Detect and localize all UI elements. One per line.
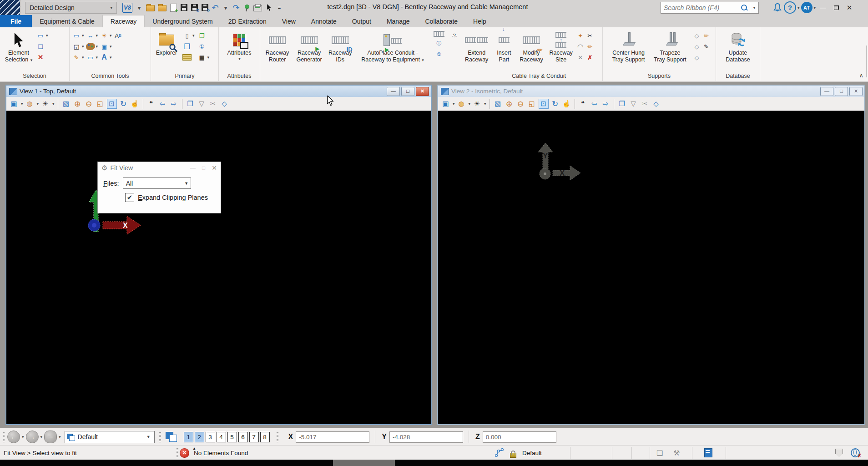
collapse-ribbon-chevron[interactable]: ∧ <box>859 72 863 79</box>
avatar[interactable]: AT <box>801 2 812 13</box>
pick-support-icon[interactable]: ✎ <box>702 42 711 51</box>
v8-dropdown-icon[interactable]: ▾ <box>136 3 143 12</box>
save-as-icon[interactable]: ⚙ <box>202 4 208 11</box>
ribbon-scrollbar[interactable] <box>866 46 867 77</box>
open-folder-icon[interactable] <box>146 5 155 11</box>
pan-view-icon[interactable]: ☝ <box>130 99 140 109</box>
view1-title-bar[interactable]: View 1 - Top, Default — □ ✕ <box>6 86 431 97</box>
locate-lamp-icon[interactable]: ☀ <box>100 31 109 40</box>
move-raceway-icon[interactable]: ✦ <box>576 31 585 40</box>
chevron-down-icon[interactable]: ▾ <box>22 435 24 439</box>
x-coordinate-input[interactable] <box>296 431 369 443</box>
update-database-button[interactable]: UpdateDatabase <box>722 29 754 63</box>
status-message-area[interactable]: ✕ ▲ No Elements Found <box>180 446 248 460</box>
tab-help[interactable]: Help <box>465 15 494 27</box>
chevron-down-icon[interactable]: ▾ <box>469 101 471 106</box>
new-file-icon[interactable]: + <box>170 4 177 12</box>
smartline-icon[interactable]: ✎ <box>72 53 81 62</box>
search-input[interactable] <box>661 4 741 11</box>
chevron-down-icon[interactable]: ▾ <box>453 101 455 106</box>
view-toggles-icon[interactable] <box>166 432 177 442</box>
rotate-view-icon[interactable]: ↻ <box>550 99 560 109</box>
wall-support-icon[interactable]: ◇ <box>692 42 701 51</box>
view-next-icon[interactable]: ⇨ <box>169 99 179 109</box>
view-previous-nav-icon[interactable]: ← <box>7 431 20 443</box>
element-selection-button[interactable]: Element Selection ▾ <box>2 29 35 64</box>
chevron-down-icon[interactable]: ▾ <box>96 55 98 60</box>
raceway-generator-button[interactable]: ▶ RacewayGenerator <box>293 29 325 63</box>
avatar-dropdown-icon[interactable]: ▾ <box>814 5 816 10</box>
view-toggle-6[interactable]: 6 <box>238 432 248 442</box>
fit-view-icon[interactable]: ⊡ <box>539 99 549 109</box>
copy-view-icon[interactable]: ❐ <box>617 99 627 109</box>
conduit-id-icon[interactable] <box>434 31 444 37</box>
view-attributes-icon[interactable]: ▣ <box>441 99 450 109</box>
raceway-elbow-icon[interactable]: ◠ <box>576 42 585 51</box>
snap-mode-icon[interactable] <box>495 446 504 460</box>
view-history-icon[interactable]: ➥ <box>44 431 57 443</box>
view1-minimize-button[interactable]: — <box>387 87 400 96</box>
view-group-dropdown[interactable]: Default ▼ <box>65 431 155 443</box>
view1-maximize-button[interactable]: □ <box>401 87 414 96</box>
fit-view-dialog-title-bar[interactable]: ⚙ Fit View — □ ✕ <box>98 162 221 174</box>
v8-workmode-icon[interactable]: V8 <box>122 3 132 13</box>
view-next-nav-icon[interactable]: → <box>26 431 39 443</box>
raceway-size-button[interactable]: ↑ RacewaySize <box>547 29 575 63</box>
raceway-ids-button[interactable]: ID RacewayIDs <box>326 29 354 63</box>
element-info-icon[interactable]: ▣ <box>100 42 109 51</box>
clip-mask-icon[interactable]: ✂ <box>208 99 218 109</box>
y-coordinate-input[interactable] <box>389 431 463 443</box>
workflow-selector[interactable]: Detailed Design ▾ <box>25 2 117 14</box>
zoom-out-icon[interactable]: ⊖ <box>516 99 525 109</box>
update-view-icon[interactable]: ▧ <box>493 99 503 109</box>
chevron-down-icon[interactable]: ▾ <box>40 435 43 439</box>
adjust-brightness-icon[interactable]: ☀ <box>40 99 50 109</box>
view-previous-icon[interactable]: ⇦ <box>590 99 599 109</box>
tools-wrench-icon[interactable]: ⚒ <box>673 446 680 460</box>
insert-part-button[interactable]: ↓ InsertPart <box>492 29 515 63</box>
copy-move-icon[interactable]: ◱ <box>72 42 81 51</box>
modify-raceway-button[interactable]: ✏ ModifyRaceway <box>516 29 546 63</box>
display-style-icon[interactable]: ◍ <box>457 99 466 109</box>
apply-clip-icon[interactable]: ◇ <box>651 99 661 109</box>
tab-equipment-cable[interactable]: Equipment & Cable <box>32 15 102 27</box>
tab-manage[interactable]: Manage <box>379 15 418 27</box>
expand-clipping-checkbox[interactable]: ✔ <box>125 193 134 202</box>
view-next-icon[interactable]: ⇨ <box>601 99 611 109</box>
view2-minimize-button[interactable]: — <box>820 87 833 96</box>
conduit-id-list-icon[interactable]: ① <box>434 50 444 59</box>
delete-element-icon[interactable]: ✕ <box>36 53 45 62</box>
chevron-down-icon[interactable]: ▾ <box>21 101 23 106</box>
raceway-riser-icon[interactable]: ✏ <box>585 42 595 51</box>
place-text-icon[interactable]: A <box>100 53 109 62</box>
level-manager-icon[interactable] <box>182 53 192 62</box>
chevron-down-icon[interactable]: ▾ <box>37 101 39 106</box>
chevron-down-icon[interactable]: ▾ <box>82 55 84 60</box>
help-dropdown-icon[interactable]: ▾ <box>797 5 800 10</box>
break-raceway-icon[interactable]: ✂ <box>585 31 595 40</box>
search-icon[interactable] <box>741 4 748 11</box>
measure-distance-icon[interactable]: ↔ <box>86 31 95 40</box>
shield-icon[interactable] <box>835 446 843 460</box>
tab-annotate[interactable]: Annotate <box>303 15 344 27</box>
view2-close-button[interactable]: ✕ <box>849 87 863 96</box>
chevron-down-icon[interactable]: ▾ <box>484 101 486 106</box>
undo-dropdown-icon[interactable]: ▾ <box>222 3 229 12</box>
adjust-brightness-icon[interactable]: ☀ <box>472 99 482 109</box>
view-toggle-5[interactable]: 5 <box>227 432 237 442</box>
explorer-button[interactable]: Explorer <box>153 29 180 56</box>
attributes-button[interactable]: Attributes ▾ <box>223 29 256 61</box>
browse-folder-icon[interactable] <box>158 5 167 11</box>
floor-support-icon[interactable]: ◇ <box>692 53 701 62</box>
apply-clip-icon[interactable]: ◇ <box>220 99 229 109</box>
update-view-icon[interactable]: ▧ <box>61 99 71 109</box>
query-connection-icon[interactable]: -?- <box>449 31 459 40</box>
customize-qat-icon[interactable]: = <box>276 3 283 12</box>
ab-text-styles-icon[interactable]: AB <box>114 31 123 40</box>
chevron-down-icon[interactable]: ▾ <box>110 55 112 60</box>
tab-output[interactable]: Output <box>344 15 379 27</box>
view-attributes-icon[interactable]: ▣ <box>9 99 19 109</box>
tab-underground-system[interactable]: Underground System <box>145 15 220 27</box>
zoom-in-icon[interactable]: ⊕ <box>505 99 514 109</box>
window-area-icon[interactable]: ◱ <box>96 99 105 109</box>
